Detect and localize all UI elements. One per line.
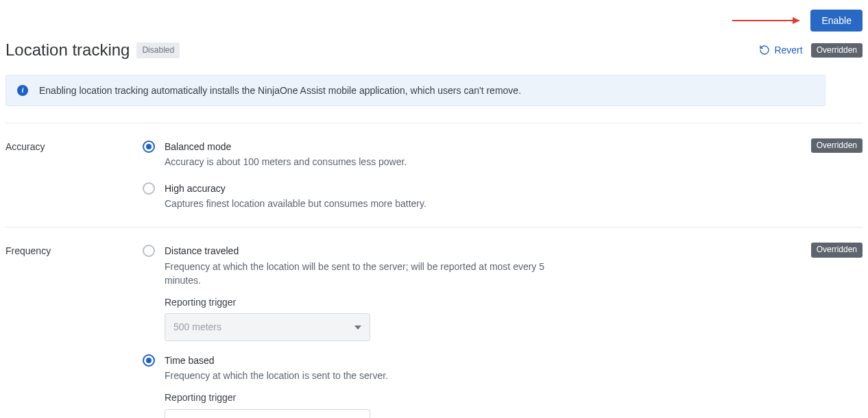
enable-button[interactable]: Enable: [810, 10, 863, 32]
option-desc: Accuracy is about 100 meters and consume…: [165, 155, 407, 169]
option-title: Distance traveled: [165, 244, 548, 258]
radio-high-accuracy[interactable]: [143, 182, 155, 195]
revert-label: Revert: [774, 43, 802, 57]
status-badge-disabled: Disabled: [136, 42, 180, 58]
header-row: Location tracking Disabled Revert Overri…: [5, 34, 863, 66]
section-accuracy: Accuracy Overridden Balanced mode Accura…: [5, 123, 863, 210]
section-label-frequency: Frequency: [5, 244, 143, 418]
radio-balanced-mode[interactable]: [143, 140, 155, 153]
revert-button[interactable]: Revert: [759, 43, 802, 57]
info-icon: i: [17, 85, 28, 96]
radio-distance-traveled[interactable]: [143, 245, 155, 257]
revert-icon: [759, 45, 770, 56]
select-value: 1 hour: [173, 416, 201, 418]
select-time-trigger[interactable]: 1 hour: [165, 409, 370, 418]
radio-time-based[interactable]: [143, 354, 155, 367]
svg-marker-1: [793, 17, 800, 24]
option-desc: Captures finest location available but c…: [165, 197, 426, 210]
option-desc: Frequency at which the location is sent …: [165, 369, 388, 382]
option-title: High accuracy: [165, 182, 426, 195]
overridden-badge-frequency: Overridden: [811, 243, 863, 257]
section-frequency: Frequency Overridden Distance traveled F…: [5, 227, 863, 418]
option-desc: Frequency at which the location will be …: [165, 260, 548, 288]
top-actions-row: Enable: [5, 7, 863, 34]
option-title: Balanced mode: [165, 140, 407, 153]
chevron-down-icon: [354, 325, 361, 330]
section-label-accuracy: Accuracy: [5, 140, 143, 210]
annotation-arrow: [732, 16, 801, 25]
page-title: Location tracking: [5, 38, 130, 62]
overridden-badge-header: Overridden: [811, 43, 863, 58]
info-banner-text: Enabling location tracking automatically…: [39, 84, 521, 97]
select-value: 500 meters: [173, 320, 221, 334]
option-title: Time based: [165, 354, 388, 367]
overridden-badge-accuracy: Overridden: [811, 138, 863, 153]
info-banner: i Enabling location tracking automatical…: [5, 75, 825, 106]
option-time-based: Time based Frequency at which the locati…: [143, 354, 808, 418]
option-high-accuracy: High accuracy Captures finest location a…: [143, 182, 808, 211]
reporting-trigger-label: Reporting trigger: [165, 295, 548, 309]
select-distance-trigger[interactable]: 500 meters: [165, 313, 370, 341]
option-balanced-mode: Balanced mode Accuracy is about 100 mete…: [143, 140, 808, 169]
option-distance-traveled: Distance traveled Frequency at which the…: [143, 244, 808, 341]
reporting-trigger-label: Reporting trigger: [165, 391, 388, 404]
